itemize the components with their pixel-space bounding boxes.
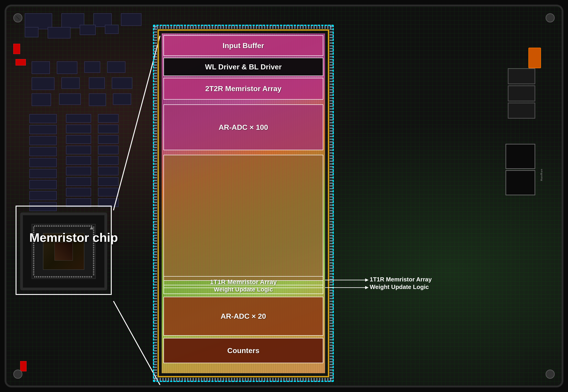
- red-connectors-top: [13, 43, 151, 55]
- chip-interior: Input Buffer WL Driver & BL Driver 2T2R …: [162, 33, 325, 373]
- counters-label: Counters: [227, 346, 259, 355]
- chip-mid-9: [32, 93, 51, 106]
- memristor-chip-label: Memristor chip: [29, 231, 118, 244]
- screw-top-left: [13, 13, 22, 22]
- chip-mid-5: [32, 77, 55, 90]
- pcb-board: Memristor chip HanRun: [5, 5, 563, 387]
- red-connectors-left: [15, 59, 27, 196]
- chip-mid-7: [89, 77, 105, 89]
- block-wl-bl-driver: WL Driver & BL Driver: [164, 58, 323, 76]
- chip-mid-1: [32, 61, 50, 74]
- orange-component: [528, 48, 541, 68]
- chip-top-5: [25, 27, 39, 37]
- annotation-weight-svg: Weight Update Logic: [325, 283, 394, 292]
- annotation-weight-text: Weight Update Logic: [370, 283, 429, 290]
- block-weight-update-logic: Weight Update Logic: [164, 285, 323, 294]
- chip-mid-3: [84, 61, 100, 73]
- chip-top-7: [80, 25, 96, 35]
- 1t1r-stripes: [164, 155, 323, 280]
- chip-top-4: [121, 13, 141, 26]
- ar-adc-100-label: AR-ADC × 100: [219, 123, 268, 132]
- screw-bottom-left: [13, 370, 22, 379]
- chip-top-6: [48, 27, 70, 39]
- main-scene: Memristor chip HanRun: [0, 0, 568, 392]
- screw-top-right: [546, 13, 555, 22]
- annotation-1t1r-text: 1T1R Memristor Array: [370, 276, 432, 283]
- screw-bottom-right: [546, 370, 555, 379]
- usb-ports: [522, 68, 549, 119]
- wl-bl-driver-label: WL Driver & BL Driver: [205, 63, 282, 71]
- chip-mid-4: [107, 61, 125, 73]
- ar-adc-20-label: AR-ADC × 20: [221, 312, 266, 321]
- block-2t2r-array: 2T2R Memristor Array: [164, 78, 323, 100]
- block-1t1r-area: [164, 155, 323, 281]
- chip-mid-2: [57, 61, 77, 74]
- svg-marker-5: [365, 286, 369, 289]
- memristor-chip-highlight-box: [15, 206, 112, 295]
- 2t2r-label: 2T2R Memristor Array: [205, 84, 281, 93]
- svg-marker-3: [365, 279, 369, 282]
- chip-mid-8: [112, 77, 132, 89]
- block-input-buffer: Input Buffer: [164, 35, 323, 56]
- block-ar-adc-100: AR-ADC × 100: [164, 104, 323, 150]
- input-buffer-label: Input Buffer: [222, 42, 264, 50]
- ic-right-strip: [98, 114, 119, 207]
- ic-mid-strip: [66, 114, 91, 207]
- block-ar-adc-20: AR-ADC × 20: [164, 297, 323, 336]
- block-counters: Counters: [164, 338, 323, 363]
- chip-mid-11: [89, 93, 106, 106]
- chip-mid-6: [61, 77, 80, 89]
- weight-update-label: Weight Update Logic: [214, 286, 273, 293]
- chip-diagram: Input Buffer WL Driver & BL Driver 2T2R …: [153, 25, 334, 382]
- chip-top-8: [105, 25, 119, 34]
- chip-mid-10: [59, 93, 81, 105]
- hanrun-label: HanRun: [524, 168, 559, 182]
- chip-mid-12: [113, 93, 131, 105]
